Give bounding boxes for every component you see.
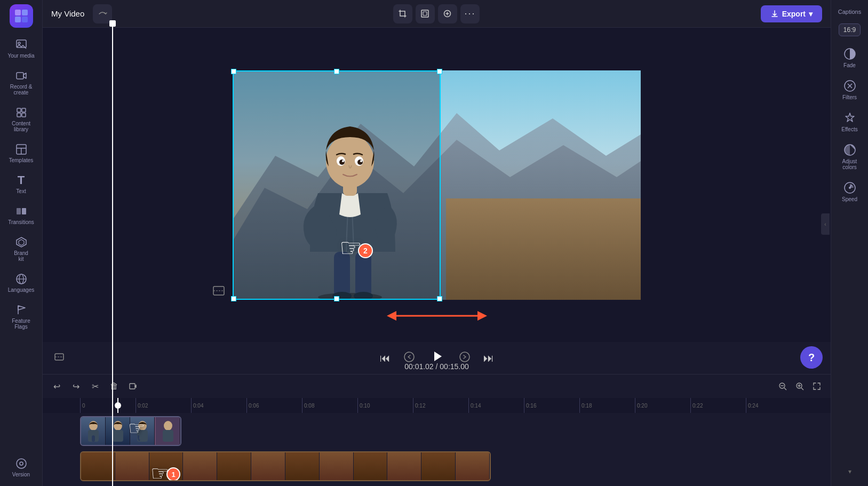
sidebar-label-transitions: Transitions: [8, 219, 34, 225]
filters-icon: [843, 79, 857, 93]
playback-bar: ⏮ ⏭ 00:01.02 / 00:15.00: [43, 342, 831, 374]
background-clip[interactable]: ☞ 1: [80, 451, 491, 481]
svg-rect-7: [17, 108, 21, 112]
frame-tool-btn[interactable]: [416, 4, 435, 23]
svg-rect-9: [17, 113, 21, 117]
fade-icon: [843, 47, 857, 61]
character-clip[interactable]: [80, 416, 181, 446]
svg-rect-14: [17, 208, 21, 214]
save-status-btn[interactable]: [93, 4, 112, 23]
timeline-tracks: ☞: [43, 413, 831, 486]
zoom-in-btn[interactable]: [792, 379, 807, 394]
right-tool-speed[interactable]: Speed: [833, 177, 867, 206]
video-frame: ☞ 2: [233, 70, 641, 300]
svg-rect-23: [423, 12, 427, 15]
main-area: My Video: [43, 0, 831, 486]
video-canvas[interactable]: ☞ 2: [233, 70, 641, 300]
bg-thumb-1: [81, 452, 115, 480]
sidebar-item-feature-flags[interactable]: FeatureFlags: [2, 299, 41, 334]
svg-point-44: [360, 160, 362, 162]
left-sidebar: Your media Record &create Contentlibrary: [0, 0, 43, 486]
sidebar-item-brand-kit[interactable]: Brandkit: [2, 232, 41, 266]
track-row-background: ☞ 1: [49, 450, 824, 482]
bg-thumb-7: [285, 452, 320, 480]
more-tool-btn[interactable]: ···: [460, 4, 480, 23]
fit-view-btn[interactable]: [809, 379, 824, 394]
circle-tool-btn[interactable]: [438, 4, 457, 23]
annotation-badge-2: 2: [358, 243, 373, 258]
effects-icon: [843, 111, 857, 125]
timeline-area: ↩ ↪ ✂ 🗑: [43, 374, 831, 486]
export-button[interactable]: Export ▾: [761, 5, 822, 22]
bg-thumb-5: [217, 452, 251, 480]
version-icon: [15, 457, 28, 470]
content-library-icon: [15, 106, 28, 119]
sidebar-item-languages[interactable]: Languages: [2, 268, 41, 297]
clip-thumb-1: [81, 417, 106, 445]
sidebar-collapse-btn[interactable]: ‹: [821, 213, 830, 235]
crop-tool-btn[interactable]: [393, 4, 412, 23]
svg-rect-0: [15, 10, 21, 15]
sidebar-item-transitions[interactable]: Transitions: [2, 201, 41, 229]
playhead-handle-ruler: [115, 402, 121, 409]
clip-thumb-2: [106, 417, 130, 445]
right-tool-effects[interactable]: Effects: [833, 107, 867, 137]
export-chevron: ▾: [809, 10, 813, 18]
skip-to-start-btn[interactable]: ⏮: [378, 350, 393, 367]
right-sidebar-collapse-btn[interactable]: ▾: [846, 466, 854, 477]
transitions-icon: [15, 205, 28, 218]
bg-thumb-9: [354, 452, 388, 480]
right-tool-fade[interactable]: Fade: [833, 43, 867, 73]
cut-btn[interactable]: ✂: [87, 379, 102, 394]
canvas-tools: ···: [393, 4, 480, 23]
sidebar-label-record: Record &create: [10, 84, 33, 95]
right-tool-adjust-colors[interactable]: Adjustcolors: [833, 139, 867, 174]
undo-btn[interactable]: ↩: [49, 379, 64, 394]
add-media-btn[interactable]: [126, 379, 141, 394]
sidebar-item-templates[interactable]: Templates: [2, 139, 41, 168]
redo-btn[interactable]: ↪: [68, 379, 83, 394]
svg-point-50: [404, 352, 414, 362]
sidebar-item-record-create[interactable]: Record &create: [2, 65, 41, 100]
project-title: My Video: [51, 9, 84, 18]
arrow-annotation: [384, 302, 490, 329]
export-label: Export: [782, 10, 806, 18]
sidebar-label-text: Text: [16, 188, 26, 194]
sidebar-item-version[interactable]: Version: [2, 453, 41, 482]
speed-icon: [843, 181, 857, 195]
help-button[interactable]: ?: [800, 346, 823, 369]
skip-to-end-btn[interactable]: ⏭: [481, 350, 496, 367]
right-tool-filters[interactable]: Filters: [833, 75, 867, 105]
adjust-colors-label: Adjustcolors: [842, 158, 857, 170]
sidebar-item-your-media[interactable]: Your media: [2, 34, 41, 63]
top-bar: My Video: [43, 0, 831, 28]
sidebar-label-your-media: Your media: [7, 53, 34, 59]
speed-label: Speed: [842, 196, 857, 202]
svg-rect-13: [21, 148, 22, 154]
zoom-out-btn[interactable]: [775, 379, 790, 394]
clip-strip-bg: [81, 452, 490, 480]
delete-btn[interactable]: 🗑: [107, 379, 122, 394]
adjust-colors-icon: [843, 143, 857, 157]
captions-label: Captions: [838, 6, 861, 17]
clip-thumb-4: [155, 417, 180, 445]
sidebar-item-text[interactable]: T Text: [2, 170, 41, 198]
bg-thumb-8: [320, 452, 354, 480]
svg-point-5: [18, 42, 20, 44]
svg-rect-6: [17, 73, 23, 79]
svg-point-43: [342, 160, 344, 162]
bg-thumb-2: [115, 452, 149, 480]
canvas-container: ☞ 2: [43, 28, 831, 342]
feature-flags-icon: [15, 304, 28, 316]
canvas-area: ☞ 2: [43, 28, 831, 374]
sidebar-label-languages: Languages: [8, 287, 35, 293]
svg-rect-1: [22, 10, 28, 15]
mask-button[interactable]: [53, 351, 65, 365]
aspect-ratio-badge[interactable]: 16:9: [839, 23, 861, 36]
your-media-icon: [15, 38, 28, 51]
bg-thumb-10: [387, 452, 421, 480]
svg-rect-63: [92, 435, 95, 442]
filters-label: Filters: [842, 94, 857, 100]
sidebar-item-content-library[interactable]: Contentlibrary: [2, 102, 41, 137]
timeline-controls: ↩ ↪ ✂ 🗑: [43, 375, 831, 398]
